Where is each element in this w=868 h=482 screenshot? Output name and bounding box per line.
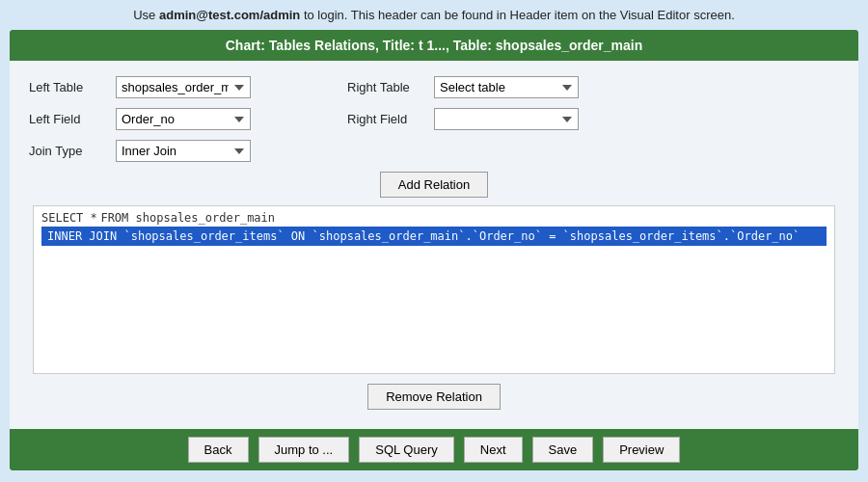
remove-relation-button[interactable]: Remove Relation bbox=[367, 384, 501, 410]
left-table-row: Left Table shopsales_order_mair bbox=[29, 76, 251, 98]
right-table-select[interactable]: Select table bbox=[434, 76, 579, 98]
sql-line1: SELECT * bbox=[41, 209, 97, 227]
preview-button[interactable]: Preview bbox=[603, 437, 680, 463]
right-form-column: Right Table Select table Right Field bbox=[347, 76, 579, 162]
next-button[interactable]: Next bbox=[464, 437, 523, 463]
topbar-rest: to login. This header can be found in He… bbox=[300, 8, 734, 22]
title-bar: Chart: Tables Relations, Title: t 1..., … bbox=[10, 30, 858, 61]
sql-line2: FROM shopsales_order_main bbox=[100, 209, 275, 227]
content-area: Left Table shopsales_order_mair Left Fie… bbox=[10, 61, 858, 429]
topbar-text: Use bbox=[133, 8, 159, 22]
sql-box: SELECT * FROM shopsales_order_main INNER… bbox=[33, 205, 835, 374]
main-container: Chart: Tables Relations, Title: t 1..., … bbox=[10, 30, 858, 470]
add-relation-button[interactable]: Add Relation bbox=[380, 172, 488, 198]
join-type-label: Join Type bbox=[29, 144, 106, 158]
top-bar: Use admin@test.com/admin to login. This … bbox=[0, 0, 868, 30]
left-form-column: Left Table shopsales_order_mair Left Fie… bbox=[29, 76, 251, 162]
title-text: Chart: Tables Relations, Title: t 1..., … bbox=[226, 38, 643, 53]
jump-to-button[interactable]: Jump to ... bbox=[258, 437, 350, 463]
right-field-row: Right Field bbox=[347, 108, 579, 130]
right-table-row: Right Table Select table bbox=[347, 76, 579, 98]
remove-relation-row: Remove Relation bbox=[29, 384, 839, 410]
right-field-select[interactable] bbox=[434, 108, 579, 130]
join-type-row: Join Type Inner Join bbox=[29, 140, 251, 162]
topbar-credential: admin@test.com/admin bbox=[159, 8, 300, 22]
left-field-select[interactable]: Order_no bbox=[116, 108, 251, 130]
form-section: Left Table shopsales_order_mair Left Fie… bbox=[29, 76, 839, 162]
join-type-select[interactable]: Inner Join bbox=[116, 140, 251, 162]
back-button[interactable]: Back bbox=[188, 437, 249, 463]
right-field-label: Right Field bbox=[347, 112, 424, 126]
save-button[interactable]: Save bbox=[532, 437, 594, 463]
sql-line3[interactable]: INNER JOIN `shopsales_order_items` ON `s… bbox=[41, 227, 827, 246]
add-relation-row: Add Relation bbox=[29, 172, 839, 198]
bottom-bar: Back Jump to ... SQL Query Next Save Pre… bbox=[10, 429, 858, 470]
left-table-select[interactable]: shopsales_order_mair bbox=[116, 76, 251, 98]
sql-query-button[interactable]: SQL Query bbox=[359, 437, 454, 463]
left-field-row: Left Field Order_no bbox=[29, 108, 251, 130]
left-table-label: Left Table bbox=[29, 80, 106, 94]
left-field-label: Left Field bbox=[29, 112, 106, 126]
right-table-label: Right Table bbox=[347, 80, 424, 94]
